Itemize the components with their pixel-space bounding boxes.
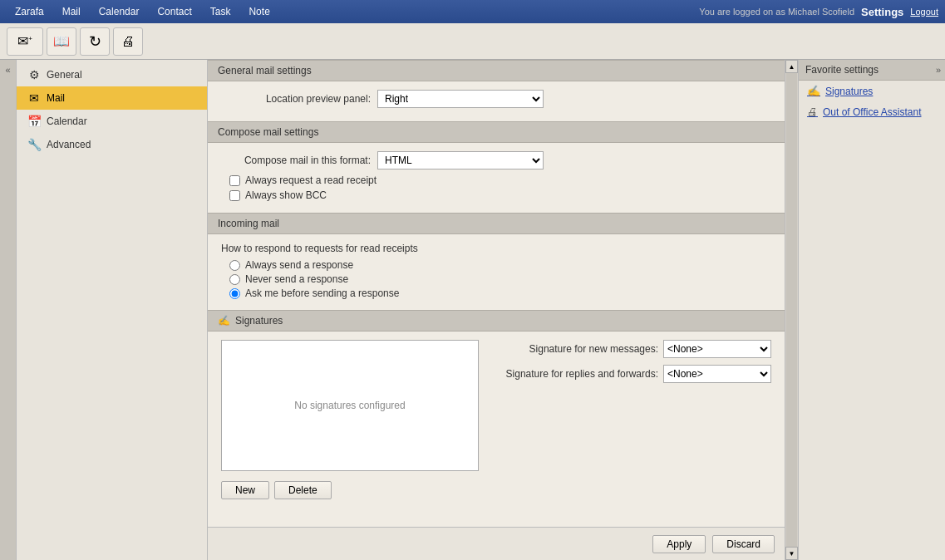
format-row: Compose mail in this format: HTML Plain … <box>221 151 771 169</box>
calendar-icon: 📅 <box>27 115 42 128</box>
replies-select[interactable]: <None> <box>663 365 771 383</box>
toolbar: ✉+ 📖 ↻ 🖨 <box>0 23 945 60</box>
sig-right-panel: Signature for new messages: <None> Signa… <box>492 340 771 499</box>
read-receipt-question: How to respond to requests for read rece… <box>221 243 771 254</box>
nav-right: You are logged on as Michael Scofield Se… <box>699 6 938 18</box>
fav-signatures-label: Signatures <box>825 86 873 97</box>
radio-never[interactable] <box>229 274 240 285</box>
fav-item-out-of-office[interactable]: 🖨 Out of Office Assistant <box>799 101 945 122</box>
content-main: General mail settings Location preview p… <box>208 60 785 560</box>
new-icon: ✉+ <box>17 33 32 49</box>
scrollbar: ▲ ▼ <box>785 60 798 560</box>
signatures-header-icon: ✍ <box>218 315 230 327</box>
location-preview-row: Location preview panel: Right Bottom Off <box>221 90 771 108</box>
radio-ask[interactable] <box>229 288 240 299</box>
nav-calendar[interactable]: Calendar <box>91 2 148 21</box>
sidebar-item-calendar-label: Calendar <box>47 115 87 127</box>
signatures-list: No signatures configured <box>221 340 479 471</box>
content-wrapper: General mail settings Location preview p… <box>208 60 945 560</box>
show-bcc-checkbox[interactable] <box>229 190 240 201</box>
no-signatures-label: No signatures configured <box>294 400 405 411</box>
mail-icon: ✉ <box>27 91 42 105</box>
main-layout: « ⚙ General ✉ Mail 📅 Calendar 🔧 Advanc <box>0 60 945 560</box>
read-receipt-label: Always request a read receipt <box>245 174 377 186</box>
bottom-bar: Apply Discard <box>208 527 785 560</box>
new-button[interactable]: ✉+ <box>7 27 43 56</box>
compose-mail-body: Compose mail in this format: HTML Plain … <box>208 143 785 213</box>
refresh-button[interactable]: ↻ <box>80 27 110 56</box>
read-receipt-checkbox[interactable] <box>229 175 240 186</box>
format-label: Compose mail in this format: <box>221 155 371 166</box>
scrollbar-thumb[interactable] <box>786 73 797 547</box>
nav-note[interactable]: Note <box>240 2 278 21</box>
general-mail-body: Location preview panel: Right Bottom Off <box>208 81 785 121</box>
sidebar-item-general[interactable]: ⚙ General <box>17 63 207 86</box>
discard-button[interactable]: Discard <box>712 535 775 553</box>
scrollbar-down-button[interactable]: ▼ <box>785 547 798 560</box>
compose-mail-header: Compose mail settings <box>208 121 785 143</box>
new-messages-label: Signature for new messages: <box>492 343 658 355</box>
incoming-mail-header: Incoming mail <box>208 213 785 234</box>
sidebar-item-calendar[interactable]: 📅 Calendar <box>17 110 207 133</box>
print-button[interactable]: 🖨 <box>113 27 143 56</box>
delete-signature-button[interactable]: Delete <box>274 481 332 499</box>
fav-panel-title: Favorite settings <box>805 64 879 76</box>
refresh-icon: ↻ <box>89 32 101 51</box>
sidebar-collapse-button[interactable]: « <box>0 60 17 560</box>
sidebar-item-advanced-label: Advanced <box>47 139 91 150</box>
sig-buttons: New Delete <box>221 481 479 499</box>
new-messages-row: Signature for new messages: <None> <box>492 340 771 358</box>
fav-collapse-button[interactable]: » <box>936 65 941 75</box>
radio-ask-row: Ask me before sending a response <box>229 287 771 299</box>
location-preview-select[interactable]: Right Bottom Off <box>377 90 544 108</box>
signatures-body: No signatures configured New Delete Sign… <box>208 332 785 508</box>
logout-button[interactable]: Logout <box>910 7 938 17</box>
fav-out-of-office-icon: 🖨 <box>807 106 818 118</box>
format-select[interactable]: HTML Plain Text <box>377 151 544 169</box>
sidebar-items: ⚙ General ✉ Mail 📅 Calendar 🔧 Advanced <box>17 60 207 560</box>
favorite-settings-panel: Favorite settings » ✍ Signatures 🖨 Out o… <box>798 60 945 560</box>
top-navigation: Zarafa Mail Calendar Contact Task Note Y… <box>0 0 945 23</box>
sidebar: ⚙ General ✉ Mail 📅 Calendar 🔧 Advanced <box>17 60 208 560</box>
fav-item-signatures[interactable]: ✍ Signatures <box>799 81 945 101</box>
sidebar-item-general-label: General <box>47 69 82 81</box>
general-mail-header: General mail settings <box>208 60 785 81</box>
nav-mail[interactable]: Mail <box>54 2 89 21</box>
show-bcc-checkbox-row: Always show BCC <box>229 189 771 201</box>
fav-panel-header: Favorite settings » <box>799 60 945 81</box>
advanced-icon: 🔧 <box>27 138 42 151</box>
nav-contact[interactable]: Contact <box>149 2 199 21</box>
apply-button[interactable]: Apply <box>652 535 706 553</box>
address-book-button[interactable]: 📖 <box>47 27 76 56</box>
fav-out-of-office-label: Out of Office Assistant <box>823 106 922 118</box>
radio-ask-label: Ask me before sending a response <box>245 287 399 299</box>
replies-label: Signature for replies and forwards: <box>492 368 658 380</box>
general-icon: ⚙ <box>27 68 42 81</box>
fav-signatures-icon: ✍ <box>807 85 820 97</box>
radio-always-row: Always send a response <box>229 259 771 271</box>
replies-row: Signature for replies and forwards: <Non… <box>492 365 771 383</box>
sidebar-outer: « ⚙ General ✉ Mail 📅 Calendar 🔧 Advanc <box>0 60 208 560</box>
radio-never-row: Never send a response <box>229 273 771 285</box>
nav-items: Zarafa Mail Calendar Contact Task Note <box>7 2 278 21</box>
sidebar-item-advanced[interactable]: 🔧 Advanced <box>17 133 207 156</box>
location-preview-label: Location preview panel: <box>221 93 371 105</box>
radio-always-label: Always send a response <box>245 259 353 271</box>
radio-always[interactable] <box>229 260 240 271</box>
sidebar-item-mail-label: Mail <box>47 92 65 104</box>
signatures-header: ✍ Signatures <box>208 310 785 332</box>
read-receipt-checkbox-row: Always request a read receipt <box>229 174 771 186</box>
nav-task[interactable]: Task <box>202 2 239 21</box>
show-bcc-label: Always show BCC <box>245 189 327 201</box>
sidebar-item-mail[interactable]: ✉ Mail <box>17 86 207 110</box>
print-icon: 🖨 <box>121 34 135 49</box>
nav-zarafa[interactable]: Zarafa <box>7 2 52 21</box>
new-signature-button[interactable]: New <box>221 481 269 499</box>
new-messages-select[interactable]: <None> <box>663 340 771 358</box>
address-book-icon: 📖 <box>53 33 70 49</box>
incoming-mail-body: How to respond to requests for read rece… <box>208 234 785 310</box>
user-info: You are logged on as Michael Scofield <box>699 7 854 17</box>
content-scroll: General mail settings Location preview p… <box>208 60 785 527</box>
radio-never-label: Never send a response <box>245 273 348 285</box>
scrollbar-up-button[interactable]: ▲ <box>785 60 798 73</box>
